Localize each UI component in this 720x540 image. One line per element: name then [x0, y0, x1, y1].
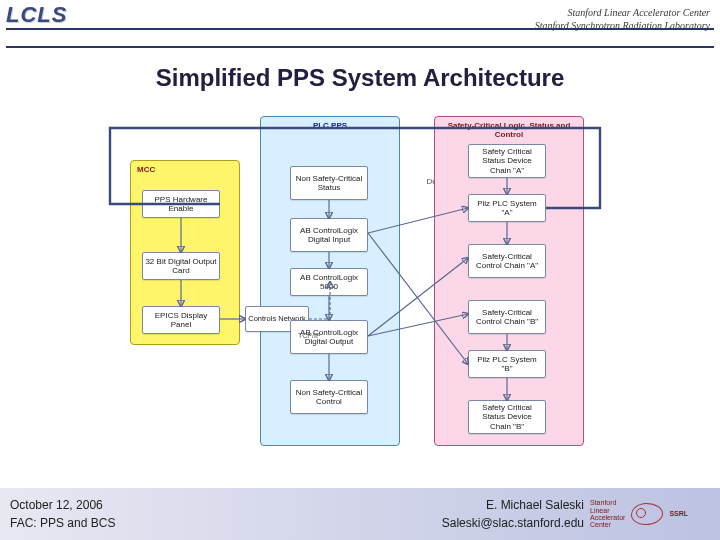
ssrl-icon: [631, 503, 663, 525]
footer-right: Stanford Linear Accelerator Center SSRL: [590, 499, 710, 528]
header-rule-1: [6, 28, 714, 30]
slide-title: Simplified PPS System Architecture: [0, 64, 720, 92]
tcpip-label: TCP/IP: [298, 332, 321, 339]
footer-author: E. Michael Saleski: [300, 496, 584, 514]
header-rule-2: [6, 46, 714, 48]
slac-stamp: Stanford Linear Accelerator Center: [590, 499, 625, 528]
ssrl-text: SSRL: [669, 510, 688, 517]
svg-line-8: [368, 233, 468, 364]
footer-date: October 12, 2006: [10, 496, 300, 514]
architecture-diagram: MCC PLC PPS Safety-Critical Logic, Statu…: [0, 108, 720, 458]
lcls-logo: LCLS: [6, 4, 67, 26]
footer-email: Saleski@slac.stanford.edu: [300, 514, 584, 532]
slide-header: LCLS Stanford Linear Accelerator Center …: [0, 0, 720, 56]
svg-line-7: [368, 208, 468, 233]
svg-line-9: [368, 258, 468, 336]
footer-left: October 12, 2006 FAC: PPS and BCS: [10, 496, 300, 532]
footer-center: E. Michael Saleski Saleski@slac.stanford…: [300, 496, 590, 532]
connectors: TCP/IP: [0, 108, 720, 458]
slide: LCLS Stanford Linear Accelerator Center …: [0, 0, 720, 540]
slide-footer: October 12, 2006 FAC: PPS and BCS E. Mic…: [0, 488, 720, 540]
org-line-1: Stanford Linear Accelerator Center: [535, 6, 710, 19]
org-line-2: Stanford Synchrotron Radiation Laborator…: [535, 19, 710, 32]
footer-topic: FAC: PPS and BCS: [10, 514, 300, 532]
